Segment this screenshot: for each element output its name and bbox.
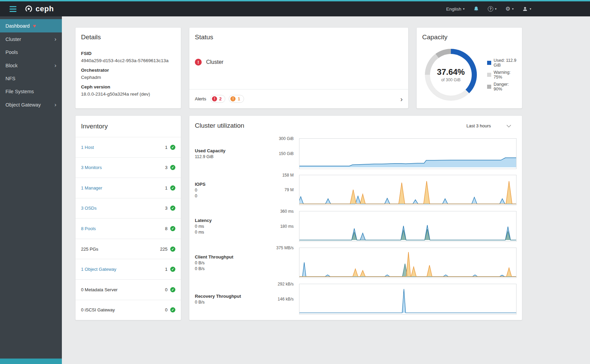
capacity-total: of 300 GiB [441,78,461,82]
y-axis-mid-label: 150 GiB [279,151,294,156]
chart-value: 0 B/s [195,300,243,305]
cluster-utilization-card: Cluster utilization Last 3 hours Used Ca… [189,115,522,320]
inventory-row-225-pgs: 225 PGs225✓ [76,239,181,259]
inventory-item-link[interactable]: 1 Host [81,145,94,150]
chevron-right-icon: › [54,62,56,68]
inventory-count: 225 [160,247,167,252]
chart-title: Latency [195,218,243,223]
status-card-title: Status [189,28,408,44]
sidebar-item-block[interactable]: Block› [0,59,62,72]
alert-count: 1 [238,96,240,101]
sidebar-item-file-systems[interactable]: File Systems [0,85,62,98]
check-circle-icon: ✓ [170,145,175,150]
inventory-item-label: 225 PGs [81,247,98,252]
sidebar-item-label: Block [5,63,17,68]
inventory-item-link[interactable]: 8 Pools [81,226,96,231]
menu-toggle-button[interactable] [8,5,18,13]
sidebar-item-label: Cluster [5,37,21,42]
capacity-donut-chart: 37.64% of 300 GiB [425,49,477,101]
legend-item: Used: 112.9 GiB [487,58,517,68]
inventory-item-link[interactable]: 1 Object Gateway [81,267,116,272]
sidebar-item-label: Dashboard [5,23,30,29]
legend-label: Used: 112.9 GiB [494,58,517,68]
chart-meta: Recovery Throughput0 B/s [195,284,243,314]
detail-field-value: 18.0.0-2314-g50a32f4a reef (dev) [81,92,175,97]
inventory-count: 0 [165,307,167,312]
inventory-row-3-monitors: 3 Monitors3✓ [76,157,181,178]
chart-title: Recovery Throughput [195,294,243,299]
alert-danger-icon: ! [212,96,217,101]
inventory-count: 1 [165,185,167,191]
details-body: FSID4940a259-d153-4cc2-953a-57669613c13a… [76,44,181,99]
alert-badge-warning[interactable]: !1 [229,95,244,103]
chart-meta: Client Throughput0 B/s0 B/s [195,248,243,278]
chart-plot [299,138,517,169]
settings-dropdown[interactable]: ⚙ ▾ [506,6,514,12]
check-circle-icon: ✓ [170,226,175,231]
inventory-row-1-host: 1 Host1✓ [76,137,181,157]
caret-down-icon: ▾ [495,7,497,11]
inventory-count: 8 [165,226,167,231]
chart-value: 112.9 GiB [195,154,243,159]
chevron-right-icon: › [54,36,56,42]
ceph-logo-icon [25,5,33,13]
help-dropdown[interactable]: ? ▾ [488,6,497,12]
user-icon [522,6,528,12]
sidebar-item-nfs[interactable]: NFS [0,72,62,85]
inventory-count: 1 [165,267,167,272]
sidebar-item-dashboard[interactable]: Dashboard♥ [0,19,62,32]
chart-title: Used Capacity [195,148,243,153]
sidebar: Dashboard♥Cluster›PoolsBlock›NFSFile Sys… [0,16,62,364]
alerts-footer: Alerts !2!1 › [189,89,408,108]
user-dropdown[interactable]: ▾ [522,6,531,12]
chart-plot [299,211,517,242]
chart-y-axis: 158 M79 M [243,175,299,206]
time-range-dropdown[interactable]: Last 3 hours [466,123,517,128]
chart-plot [299,284,517,314]
status-card: Status ! Cluster Alerts !2!1 › [189,27,408,109]
caret-down-icon: ▾ [512,7,514,11]
inventory-item-link[interactable]: 3 Monitors [81,165,102,170]
inventory-item-link[interactable]: 3 OSDs [81,206,97,211]
cluster-health-row[interactable]: ! Cluster [195,59,403,66]
utilization-charts: Used Capacity112.9 GiB300 GiB150 GiBIOPS… [189,132,522,320]
chevron-down-icon [507,123,511,127]
chart-plot [299,248,517,278]
sidebar-item-object-gateway[interactable]: Object Gateway› [0,98,62,111]
chart-y-axis: 300 GiB150 GiB [243,138,299,169]
alert-badge-danger[interactable]: !2 [210,95,225,103]
detail-field-value: Cephadm [81,75,175,80]
chart-meta: IOPS00 [195,175,243,206]
check-circle-icon: ✓ [170,267,175,272]
chevron-right-icon[interactable]: › [400,96,403,102]
sidebar-item-cluster[interactable]: Cluster› [0,32,62,46]
y-axis-top-label: 300 GiB [279,136,294,141]
legend-label: Warning: 75% [494,70,517,80]
capacity-percent: 37.64% [437,67,465,77]
chart-title: Client Throughput [195,254,243,260]
y-axis-top-label: 360 ms [280,209,294,214]
inventory-item-label: 0 Metadata Server [81,287,118,292]
ceph-brand[interactable]: ceph [25,4,54,13]
utilization-row-recovery-throughput: Recovery Throughput0 B/s292 kB/s146 kB/s [195,284,517,314]
chart-value: 0 B/s [195,261,243,265]
y-axis-top-label: 292 kB/s [278,282,294,286]
detail-field-label: Ceph version [81,84,175,89]
capacity-card-title: Capacity [417,28,522,44]
legend-label: Danger: 90% [494,82,517,92]
navbar-actions: English ▾ ? ▾ ⚙ ▾ ▾ [446,6,531,12]
inventory-row-1-object-gateway: 1 Object Gateway1✓ [76,259,181,279]
inventory-count: 3 [165,165,167,170]
language-dropdown[interactable]: English ▾ [446,6,465,12]
sidebar-item-pools[interactable]: Pools [0,46,62,59]
inventory-item-link[interactable]: 1 Manager [81,185,102,191]
chart-title: IOPS [195,182,243,187]
detail-field-label: FSID [81,51,175,56]
inventory-row-1-manager: 1 Manager1✓ [76,178,181,198]
check-circle-icon: ✓ [170,165,175,170]
sidebar-item-label: Pools [5,50,18,55]
cluster-health-label: Cluster [206,59,224,65]
inventory-item-label: 0 iSCSI Gateway [81,307,115,312]
notifications-button[interactable] [473,6,479,12]
brand-text: ceph [36,4,54,13]
